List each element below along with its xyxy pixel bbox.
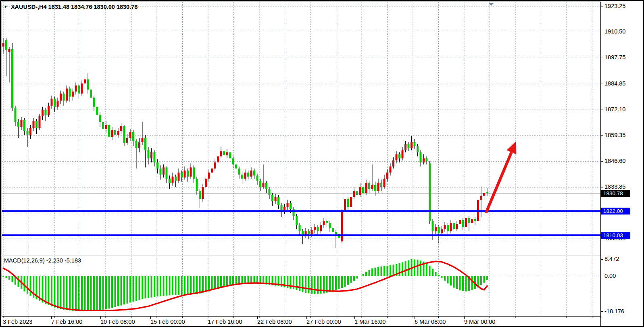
time-axis-label: 10 Feb 08:00 bbox=[100, 319, 135, 325]
price-axis-label: 1846.60 bbox=[604, 158, 625, 164]
macd-indicator-label: MACD(12,26,9) -2.230 -5.183 bbox=[4, 257, 81, 264]
symbol-dropdown-icon[interactable]: ▼ bbox=[4, 4, 8, 9]
time-axis-label: 17 Feb 16:00 bbox=[208, 319, 242, 325]
symbol-period-label: XAUUSD-,H4 bbox=[11, 4, 47, 10]
candlestick-series bbox=[2, 38, 488, 248]
ohlc-readout: 1831.48 1834.76 1830.00 1830.78 bbox=[48, 4, 138, 10]
time-axis-label: 15 Feb 00:00 bbox=[150, 319, 185, 325]
support-line-price-tag-1810: 1810.03 bbox=[601, 232, 630, 239]
macd-axis-label: 0.00 bbox=[604, 273, 616, 279]
support-line-price-tag-1822: 1822.00 bbox=[601, 208, 630, 215]
time-axis-label: 22 Feb 08:00 bbox=[257, 319, 292, 325]
main-panel-border bbox=[2, 2, 601, 255]
price-chart-canvas bbox=[1, 1, 644, 327]
price-axis-label: 1833.85 bbox=[604, 183, 625, 190]
price-axis-label: 1923.25 bbox=[604, 3, 625, 9]
time-axis-label: 6 Mar 08:00 bbox=[415, 319, 446, 325]
time-axis-label: 7 Feb 16:00 bbox=[51, 319, 82, 325]
price-axis-label: 1884.85 bbox=[604, 80, 625, 87]
price-axis-label: 1910.50 bbox=[604, 28, 625, 35]
time-axis-label: 1 Mar 16:00 bbox=[354, 319, 386, 325]
time-axis-label: 27 Feb 00:00 bbox=[306, 319, 341, 325]
chart-window: ▼ XAUUSD-,H4 1831.48 1834.76 1830.00 183… bbox=[0, 0, 644, 327]
chart-shift-marker-icon[interactable] bbox=[488, 3, 494, 6]
time-axis-label: 9 Mar 00:00 bbox=[464, 319, 495, 325]
chart-title: ▼ XAUUSD-,H4 1831.48 1834.76 1830.00 183… bbox=[4, 4, 138, 10]
macd-axis-label: -18.176 bbox=[604, 308, 624, 315]
price-axis-label: 1872.10 bbox=[604, 106, 625, 112]
price-axis-label: 1859.35 bbox=[604, 132, 625, 138]
time-axis-label: 3 Feb 2023 bbox=[3, 319, 32, 325]
macd-axis-label: 8.472 bbox=[604, 256, 619, 262]
current-price-tag: 1830.78 bbox=[601, 190, 630, 197]
price-axis-label: 1897.75 bbox=[604, 54, 625, 60]
